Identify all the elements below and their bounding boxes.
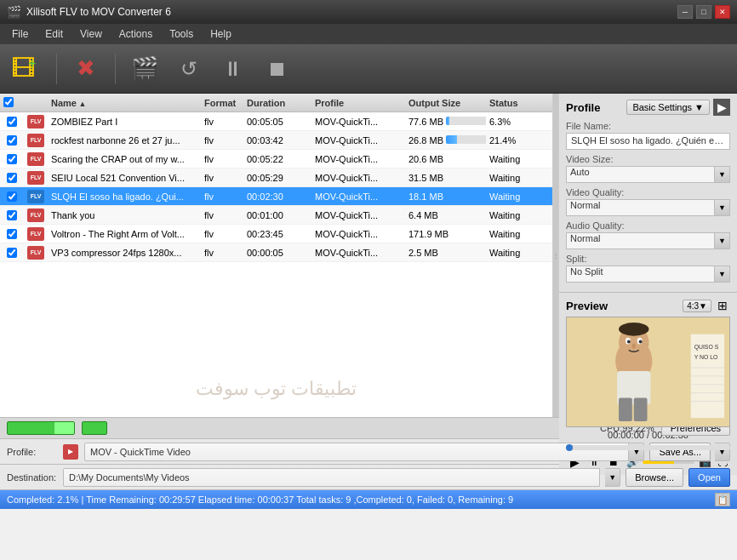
- row-size-7: 2.5 MB: [405, 248, 486, 258]
- row-status-4: Waiting: [486, 191, 552, 202]
- progress-bar-secondary: [82, 421, 107, 435]
- svg-text:QUISO S: QUISO S: [694, 344, 719, 351]
- minimize-button[interactable]: ─: [677, 5, 693, 19]
- row-duration-4: 00:02:30: [243, 191, 311, 202]
- row-checkbox-7[interactable]: [0, 248, 24, 258]
- row-checkbox-3[interactable]: [0, 173, 24, 183]
- maximize-button[interactable]: □: [696, 5, 711, 19]
- svg-point-8: [632, 344, 636, 349]
- split-input[interactable]: No Split: [566, 266, 715, 283]
- svg-point-7: [639, 340, 643, 344]
- log-button[interactable]: 📋: [715, 493, 730, 506]
- videosize-label: Video Size:: [566, 154, 730, 164]
- preview-title: Preview: [566, 300, 683, 312]
- audioquality-arrow[interactable]: ▼: [715, 232, 730, 249]
- menu-file[interactable]: File: [3, 25, 37, 43]
- add-video-button[interactable]: 🎞+: [9, 50, 46, 88]
- row-profile-2: MOV-QuickTi...: [311, 154, 405, 164]
- filename-value: SLQH El soso ha ligado. ¿Quién es e: [566, 133, 730, 150]
- row-size-1: 26.8 MB: [405, 135, 486, 146]
- destination-dropdown-arrow[interactable]: ▼: [605, 468, 620, 487]
- convert-button[interactable]: 🎬: [126, 50, 163, 88]
- menu-tools[interactable]: Tools: [161, 25, 202, 43]
- videoquality-label: Video Quality:: [566, 187, 730, 197]
- row-name-4: SLQH El soso ha ligado. ¿Qui...: [48, 191, 201, 202]
- menu-edit[interactable]: Edit: [37, 25, 71, 43]
- select-all-checkbox[interactable]: [3, 97, 14, 107]
- dropdown-icon: ▼: [694, 102, 704, 112]
- aspect-ratio-button[interactable]: 4:3▼: [683, 300, 711, 312]
- split-arrow[interactable]: ▼: [715, 266, 730, 283]
- videoquality-arrow[interactable]: ▼: [715, 199, 730, 216]
- expand-panel-button[interactable]: ▶: [713, 99, 730, 116]
- th-name[interactable]: Name: [48, 98, 201, 108]
- pause-button[interactable]: ⏸: [214, 50, 252, 88]
- volume-slider[interactable]: [643, 460, 694, 464]
- row-duration-1: 00:03:42: [243, 135, 311, 146]
- videosize-field-group: Video Size: Auto ▼: [566, 154, 730, 183]
- empty-drop-area: تطبيقات توب سوفت: [0, 265, 552, 417]
- remove-button[interactable]: ✖: [67, 50, 105, 88]
- table-row[interactable]: FLV SEIU Local 521 Convention Vi... flv …: [0, 169, 552, 187]
- menu-help[interactable]: Help: [202, 25, 240, 43]
- row-profile-6: MOV-QuickTi...: [311, 229, 405, 239]
- row-duration-3: 00:05:29: [243, 173, 311, 183]
- row-duration-5: 00:01:00: [243, 210, 311, 220]
- table-row[interactable]: FLV Thank you flv 00:01:00 MOV-QuickTi..…: [0, 206, 552, 225]
- toolbar-separator-2: [115, 54, 116, 84]
- window-controls: ─ □ ✕: [677, 5, 730, 19]
- seek-bar[interactable]: [566, 445, 730, 450]
- row-icon-3: FLV: [24, 171, 48, 185]
- preview-section: Preview 4:3▼ ⊞: [559, 293, 737, 475]
- browse-button[interactable]: Browse...: [626, 468, 683, 487]
- row-format-4: flv: [201, 191, 243, 202]
- row-checkbox-5[interactable]: [0, 210, 24, 220]
- th-duration: Duration: [243, 98, 311, 108]
- profile-header: Profile Basic Settings ▼ ▶: [566, 99, 730, 116]
- svg-rect-11: [634, 398, 648, 422]
- videosize-arrow[interactable]: ▼: [715, 166, 730, 183]
- undo-button[interactable]: ↺: [170, 50, 208, 88]
- stop-button[interactable]: ⏹: [259, 50, 296, 88]
- profile-bar-label: Profile:: [7, 447, 58, 457]
- row-name-3: SEIU Local 521 Convention Vi...: [48, 173, 201, 183]
- videosize-input[interactable]: Auto: [566, 166, 715, 183]
- table-row[interactable]: FLV ZOMBIEZ Part I flv 00:05:05 MOV-Quic…: [0, 112, 552, 131]
- open-button[interactable]: Open: [688, 468, 730, 487]
- row-size-2: 20.6 MB: [405, 154, 486, 164]
- row-checkbox-0[interactable]: [0, 117, 24, 127]
- audioquality-field-group: Audio Quality: Normal ▼: [566, 220, 730, 249]
- row-name-7: VP3 compressor 24fps 1280x...: [48, 248, 201, 258]
- table-body: FLV ZOMBIEZ Part I flv 00:05:05 MOV-Quic…: [0, 112, 552, 265]
- table-row[interactable]: FLV SLQH El soso ha ligado. ¿Qui... flv …: [0, 187, 552, 206]
- preview-settings-button[interactable]: ⊞: [715, 298, 730, 313]
- menu-actions[interactable]: Actions: [111, 25, 161, 43]
- row-profile-3: MOV-QuickTi...: [311, 173, 405, 183]
- videoquality-field-group: Video Quality: Normal ▼: [566, 187, 730, 216]
- row-checkbox-1[interactable]: [0, 135, 24, 146]
- row-checkbox-4[interactable]: [0, 191, 24, 202]
- file-list-panel: Name Format Duration Profile Output Size…: [0, 94, 553, 417]
- row-status-5: Waiting: [486, 210, 552, 220]
- table-row[interactable]: FLV VP3 compressor 24fps 1280x... flv 00…: [0, 243, 552, 262]
- destination-bar: Destination: ▼ Browse... Open: [0, 465, 737, 490]
- row-duration-6: 00:23:45: [243, 229, 311, 239]
- audioquality-input[interactable]: Normal: [566, 232, 715, 249]
- videoquality-input[interactable]: Normal: [566, 199, 715, 216]
- row-profile-7: MOV-QuickTi...: [311, 248, 405, 258]
- table-row[interactable]: FLV Voltron - The Right Arm of Volt... f…: [0, 225, 552, 243]
- row-status-2: Waiting: [486, 154, 552, 164]
- table-row[interactable]: FLV Scaring the CRAP out of my w... flv …: [0, 150, 552, 169]
- close-button[interactable]: ✕: [715, 5, 730, 19]
- row-checkbox-6[interactable]: [0, 229, 24, 239]
- row-checkbox-2[interactable]: [0, 154, 24, 164]
- destination-input[interactable]: [63, 468, 600, 487]
- toolbar: 🎞+ ✖ 🎬 ↺ ⏸ ⏹: [0, 44, 737, 94]
- table-row[interactable]: FLV rockfest narbonne 26 et 27 ju... flv…: [0, 131, 552, 150]
- row-name-1: rockfest narbonne 26 et 27 ju...: [48, 135, 201, 146]
- basic-settings-button[interactable]: Basic Settings ▼: [626, 100, 710, 115]
- row-icon-0: FLV: [24, 115, 48, 129]
- profile-input[interactable]: [84, 443, 629, 461]
- audioquality-label: Audio Quality:: [566, 220, 730, 231]
- menu-view[interactable]: View: [71, 25, 111, 43]
